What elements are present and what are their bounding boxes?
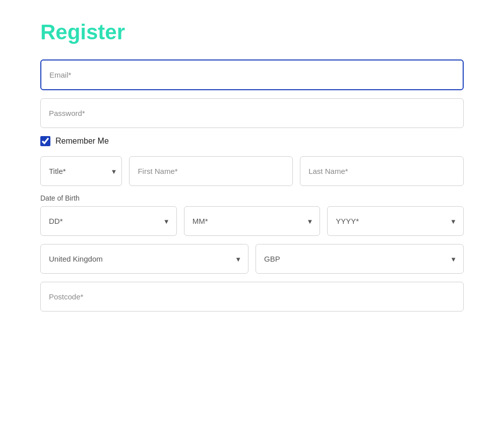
yyyy-select[interactable]: YYYY* 2000 1999 1998 [327,206,464,236]
dd-select[interactable]: DD* 01 02 03 [40,206,177,236]
remember-me-checkbox[interactable] [40,136,50,146]
country-select-wrapper: United Kingdom United States France Germ… [40,244,248,274]
page-title: Register [40,20,464,44]
title-select[interactable]: Title* Mr Mrs Ms Dr [40,156,122,186]
last-name-input[interactable] [300,156,464,186]
remember-me-label[interactable]: Remember Me [55,137,109,146]
dd-select-wrapper: DD* 01 02 03 ▼ [40,206,177,236]
email-input[interactable] [40,59,464,90]
currency-select-wrapper: GBP USD EUR AUD ▼ [256,244,464,274]
first-name-input[interactable] [129,156,293,186]
country-currency-row: United Kingdom United States France Germ… [40,244,464,274]
yyyy-select-wrapper: YYYY* 2000 1999 1998 ▼ [327,206,464,236]
postcode-input[interactable] [40,282,464,312]
mm-select[interactable]: MM* 01 02 03 [184,206,321,236]
title-select-wrapper: Title* Mr Mrs Ms Dr ▼ [40,156,122,186]
dob-row: DD* 01 02 03 ▼ MM* 01 02 03 ▼ YYYY* 2000… [40,206,464,236]
password-group [40,98,464,128]
country-select[interactable]: United Kingdom United States France Germ… [40,244,248,274]
currency-select[interactable]: GBP USD EUR AUD [256,244,464,274]
dob-label: Date of Birth [40,194,464,202]
name-row: Title* Mr Mrs Ms Dr ▼ [40,156,464,186]
email-group [40,59,464,90]
mm-select-wrapper: MM* 01 02 03 ▼ [184,206,321,236]
remember-me-row: Remember Me [40,136,464,146]
postcode-group [40,282,464,312]
password-input[interactable] [40,98,464,128]
dob-group: Date of Birth DD* 01 02 03 ▼ MM* 01 02 0… [40,194,464,236]
